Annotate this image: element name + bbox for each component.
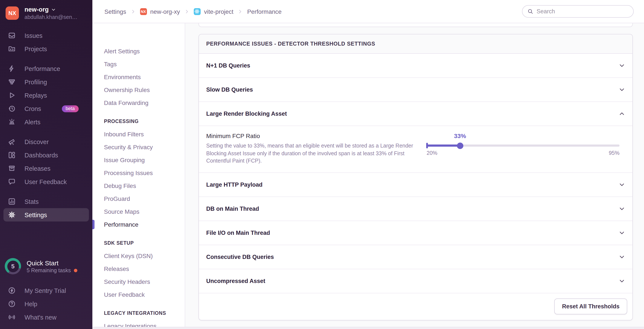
sidebar-item-performance[interactable]: Performance <box>0 62 92 75</box>
sidebar-item-whats-new[interactable]: What's new <box>0 310 92 324</box>
slider-max-label: 95% <box>609 150 620 156</box>
sidebar-item-my-sentry-trial[interactable]: My Sentry Trial <box>0 284 92 297</box>
subnav-item-client-keys-dsn[interactable]: Client Keys (DSN) <box>92 249 185 262</box>
breadcrumb-link[interactable]: vite-project <box>194 8 234 15</box>
panel-footer: Reset All Thresholds <box>199 293 632 320</box>
org-name: new-org <box>24 6 49 13</box>
quick-start-progress-ring: 5 <box>5 258 21 274</box>
subnav-header-legacy-integrations: LEGACY INTEGRATIONS <box>92 307 185 319</box>
row-slow-db-queries[interactable]: Slow DB Queries <box>199 78 632 102</box>
chevron-right-icon <box>238 9 243 14</box>
subnav-item-debug-files[interactable]: Debug Files <box>92 179 185 192</box>
row-large-http-payload[interactable]: Large HTTP Payload <box>199 173 632 197</box>
breadcrumb-item-project: vite-project <box>194 8 247 15</box>
org-switcher[interactable]: NX new-org abdullah.khan@sen… <box>0 6 92 20</box>
quick-start-panel[interactable]: 5 Quick Start 5 Remaining tasks <box>0 258 92 274</box>
row-db-on-main-thread[interactable]: DB on Main Thread <box>199 197 632 221</box>
row-n-plus-one-db-queries[interactable]: N+1 DB Queries <box>199 54 632 78</box>
subnav-item-ownership-rules[interactable]: Ownership Rules <box>92 83 185 96</box>
breadcrumb-link[interactable]: NX new-org-xy <box>140 8 180 15</box>
slider-min-label: 20% <box>426 150 437 156</box>
row-large-render-blocking-asset[interactable]: Large Render Blocking Asset <box>199 102 632 126</box>
subnav-item-issue-grouping[interactable]: Issue Grouping <box>92 154 185 166</box>
breadcrumb-link[interactable]: Performance <box>247 8 282 15</box>
profiling-icon <box>8 78 16 86</box>
subnav-item-releases[interactable]: Releases <box>92 262 185 275</box>
subnav-item-data-forwarding[interactable]: Data Forwarding <box>92 96 185 109</box>
sidebar-item-replays[interactable]: Replays <box>0 89 92 102</box>
performance-icon <box>8 65 16 72</box>
sidebar-item-profiling[interactable]: Profiling <box>0 75 92 89</box>
sidebar-nav-group-stats-settings: Stats Settings <box>0 195 92 221</box>
search-placeholder: Search <box>536 8 555 15</box>
replays-icon <box>8 92 16 99</box>
settings-content: PERFORMANCE ISSUES - DETECTOR THRESHOLD … <box>185 23 644 329</box>
breadcrumb-item-settings: Settings <box>104 8 140 15</box>
row-consecutive-db-queries[interactable]: Consecutive DB Queries <box>199 245 632 269</box>
subnav-item-security-privacy[interactable]: Security & Privacy <box>92 141 185 154</box>
org-avatar: NX <box>6 7 19 20</box>
search-input[interactable]: Search <box>522 5 634 18</box>
subnav-item-security-headers[interactable]: Security Headers <box>92 275 185 288</box>
sidebar-item-releases[interactable]: Releases <box>0 162 92 175</box>
stats-icon <box>8 198 16 205</box>
fcp-ratio-slider[interactable]: 33% 20% 95% <box>426 132 620 156</box>
subnav-item-alert-settings[interactable]: Alert Settings <box>92 45 185 58</box>
quick-start-count: 5 <box>11 263 14 270</box>
crons-icon <box>8 105 16 112</box>
sidebar-item-alerts[interactable]: Alerts <box>0 115 92 129</box>
panel-header: PERFORMANCE ISSUES - DETECTOR THRESHOLD … <box>199 35 632 54</box>
subnav-item-environments[interactable]: Environments <box>92 71 185 83</box>
sidebar-item-issues[interactable]: Issues <box>0 29 92 42</box>
trial-icon <box>8 287 16 294</box>
sidebar-item-stats[interactable]: Stats <box>0 195 92 208</box>
subnav-item-tags[interactable]: Tags <box>92 58 185 71</box>
chevron-right-icon <box>130 9 136 14</box>
bottom-scroll-strip[interactable] <box>92 327 644 329</box>
whats-new-icon <box>8 313 16 321</box>
sidebar: NX new-org abdullah.khan@sen… Issues Pro… <box>0 0 92 329</box>
settings-gear-icon <box>8 211 16 218</box>
subnav-item-performance[interactable]: Performance <box>92 218 185 231</box>
previous-panel-edge <box>198 23 633 27</box>
breadcrumb: Settings NX new-org-xy vite-project <box>104 8 282 15</box>
threshold-settings-panel: PERFORMANCE ISSUES - DETECTOR THRESHOLD … <box>198 34 633 320</box>
chevron-down-icon <box>619 253 625 260</box>
chevron-down-icon <box>619 278 625 284</box>
search-icon <box>528 9 533 14</box>
subnav-item-user-feedback[interactable]: User Feedback <box>92 288 185 301</box>
subnav-item-processing-issues[interactable]: Processing Issues <box>92 166 185 179</box>
sidebar-item-crons[interactable]: Crons beta <box>0 102 92 115</box>
sidebar-item-user-feedback[interactable]: User Feedback <box>0 175 92 188</box>
projects-icon <box>8 45 16 53</box>
slider-thumb[interactable] <box>457 142 463 149</box>
sidebar-item-dashboards[interactable]: Dashboards <box>0 148 92 162</box>
issues-icon <box>8 32 16 39</box>
chevron-up-icon <box>619 111 625 117</box>
slider-track[interactable] <box>426 145 620 147</box>
notification-dot <box>74 268 77 272</box>
sidebar-item-discover[interactable]: Discover <box>0 135 92 148</box>
app-window: NX new-org abdullah.khan@sen… Issues Pro… <box>0 0 644 329</box>
subnav-item-inbound-filters[interactable]: Inbound Filters <box>92 128 185 141</box>
discover-icon <box>8 138 16 145</box>
detector-rows: N+1 DB Queries Slow DB Queries Large Ren… <box>199 54 632 293</box>
row-uncompressed-asset[interactable]: Uncompressed Asset <box>199 269 632 293</box>
row-file-io-on-main-thread[interactable]: File I/O on Main Thread <box>199 221 632 245</box>
breadcrumb-item-performance: Performance <box>247 8 282 15</box>
sidebar-nav-group-performance: Performance Profiling Replays Crons beta <box>0 62 92 129</box>
sidebar-item-help[interactable]: Help <box>0 297 92 310</box>
chevron-right-icon <box>184 9 190 14</box>
sidebar-item-settings[interactable]: Settings <box>4 208 89 221</box>
sidebar-item-projects[interactable]: Projects <box>0 42 92 56</box>
chevron-down-icon <box>619 62 625 69</box>
settings-subnav: Alert Settings Tags Environments Ownersh… <box>92 23 185 329</box>
breadcrumb-link[interactable]: Settings <box>104 8 126 15</box>
react-logo-icon <box>194 8 201 15</box>
subnav-item-proguard[interactable]: ProGuard <box>92 192 185 205</box>
subnav-header-processing: PROCESSING <box>92 115 185 128</box>
releases-icon <box>8 165 16 172</box>
reset-all-thresholds-button[interactable]: Reset All Thresholds <box>554 298 627 314</box>
panel-title: PERFORMANCE ISSUES - DETECTOR THRESHOLD … <box>206 41 375 47</box>
subnav-item-source-maps[interactable]: Source Maps <box>92 205 185 218</box>
